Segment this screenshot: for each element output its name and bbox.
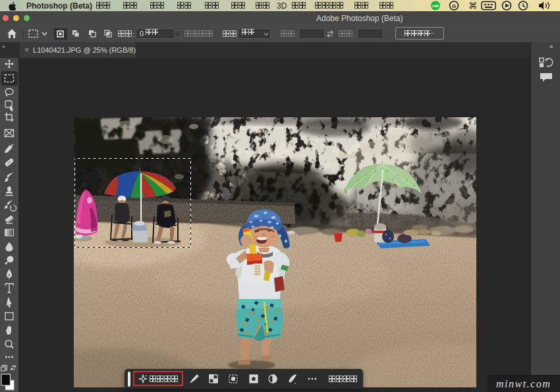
svg-text:LINE: LINE [432,4,439,8]
svg-text:G: G [452,3,456,9]
svg-text:⌘: ⌘ [468,1,477,11]
